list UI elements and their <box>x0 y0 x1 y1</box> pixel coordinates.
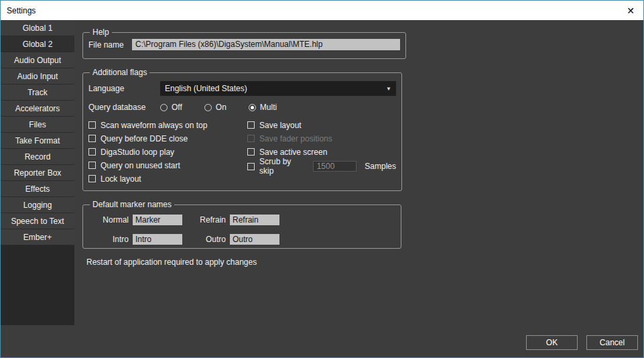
checkbox-label: Query before DDE close <box>101 134 188 143</box>
checkbox-row[interactable]: Query before DDE close <box>88 134 247 143</box>
checkbox-row[interactable]: Scan waveform always on top <box>88 121 247 129</box>
sidebar-item-label: Global 1 <box>23 23 53 33</box>
sidebar-item-label: Effects <box>25 184 50 194</box>
checkbox-icon <box>247 121 255 129</box>
marker-field-pair: Normal Marker <box>88 215 182 225</box>
sidebar-item[interactable]: Record <box>1 149 74 165</box>
sidebar-item-label: Global 2 <box>23 40 53 49</box>
marker-name-input[interactable]: Refrain <box>230 215 279 225</box>
query-database-radio-group: Off On Multi <box>160 103 299 112</box>
query-database-row: Query database Off On Multi <box>88 103 396 112</box>
window-title: Settings <box>7 6 36 15</box>
sidebar-item[interactable]: Global 2 <box>1 36 74 52</box>
marker-field-label: Outro <box>186 235 226 244</box>
radio-button-icon <box>160 104 168 111</box>
language-select[interactable]: English (United States) ▼ <box>160 81 396 96</box>
radio-option-label: On <box>216 103 227 112</box>
settings-page-global2: Help File name C:\Program Files (x86)\Di… <box>74 20 643 357</box>
close-icon: ✕ <box>627 5 635 16</box>
sidebar-item-label: Logging <box>23 200 52 210</box>
help-file-name-field[interactable]: C:\Program Files (x86)\DigaSystem\Manual… <box>132 39 400 50</box>
sidebar-item[interactable]: Speech to Text <box>1 213 74 229</box>
flag-checkbox-column-right: Save layout Save fader positions Save ac… <box>247 121 396 188</box>
radio-option[interactable]: Multi <box>249 103 277 112</box>
scrub-by-skip-row[interactable]: Scrub by skip 1500 Samples <box>247 161 396 172</box>
marker-field-label: Intro <box>88 235 129 244</box>
checkbox-label: Save fader positions <box>259 134 332 143</box>
settings-window: Settings ✕ Global 1 Global 2 Audio Outpu… <box>0 0 644 358</box>
sidebar-item-label: Take Format <box>15 136 60 145</box>
sidebar-item-label: Reporter Box <box>14 168 62 178</box>
default-marker-names-legend: Default marker names <box>90 200 174 209</box>
query-database-label: Query database <box>88 103 160 112</box>
language-row: Language English (United States) ▼ <box>88 81 396 96</box>
title-bar: Settings ✕ <box>1 1 643 20</box>
additional-flags-legend: Additional flags <box>90 68 149 77</box>
sidebar-item-label: Record <box>25 152 51 162</box>
flag-checkbox-column-left: Scan waveform always on top Query before… <box>88 121 247 188</box>
scrub-by-skip-label: Scrub by skip <box>259 157 304 176</box>
sidebar-item[interactable]: Ember+ <box>1 229 74 245</box>
scrub-samples-field[interactable]: 1500 <box>313 161 357 172</box>
marker-field-label: Normal <box>88 215 129 225</box>
help-group-legend: Help <box>90 27 112 37</box>
marker-field-pair: Refrain Refrain <box>186 215 279 225</box>
checkbox-row[interactable]: Save active screen <box>247 147 396 156</box>
sidebar-item[interactable]: Audio Output <box>1 52 74 68</box>
radio-button-icon <box>204 104 212 111</box>
checkbox-icon <box>88 162 96 169</box>
file-name-row: File name C:\Program Files (x86)\DigaSys… <box>88 39 400 50</box>
checkbox-icon <box>247 135 255 142</box>
checkbox-icon <box>247 163 255 170</box>
sidebar-item[interactable]: Logging <box>1 197 74 213</box>
sidebar-item[interactable]: Reporter Box <box>1 165 74 181</box>
close-button[interactable]: ✕ <box>622 3 639 18</box>
checkbox-row[interactable]: Lock layout <box>88 174 247 183</box>
chevron-down-icon: ▼ <box>386 86 391 92</box>
checkbox-row[interactable]: DigaStudio loop play <box>88 147 247 156</box>
checkbox-icon <box>88 135 96 142</box>
cancel-button[interactable]: Cancel <box>586 335 638 350</box>
sidebar-item[interactable]: Effects <box>1 181 74 197</box>
sidebar-item[interactable]: Global 1 <box>1 20 74 36</box>
checkbox-row[interactable]: Save layout <box>247 121 396 129</box>
language-selected-value: English (United States) <box>165 84 247 93</box>
radio-option[interactable]: On <box>204 103 227 112</box>
sidebar-item-label: Speech to Text <box>11 217 64 226</box>
marker-name-input[interactable]: Outro <box>230 234 279 245</box>
sidebar-item[interactable]: Files <box>1 117 74 133</box>
checkbox-label: Scan waveform always on top <box>101 121 207 130</box>
checkbox-label: Lock layout <box>101 174 141 184</box>
checkbox-icon <box>247 148 255 156</box>
radio-option-label: Multi <box>260 103 277 112</box>
checkbox-icon <box>88 121 96 129</box>
checkbox-icon <box>88 148 96 156</box>
sidebar-item-label: Audio Input <box>17 72 58 81</box>
checkbox-icon <box>88 175 96 182</box>
checkbox-label: DigaStudio loop play <box>101 147 174 157</box>
additional-flags-group: Additional flags Language English (Unite… <box>82 68 402 191</box>
marker-name-fields: Normal Marker Refrain Refrain Intro Intr… <box>88 215 395 245</box>
marker-name-input[interactable]: Intro <box>133 234 182 245</box>
sidebar: Global 1 Global 2 Audio Output Audio Inp… <box>1 20 74 325</box>
help-group: Help File name C:\Program Files (x86)\Di… <box>82 27 406 59</box>
marker-field-pair: Outro Outro <box>186 234 279 245</box>
sidebar-item[interactable]: Accelerators <box>1 101 74 117</box>
marker-name-input[interactable]: Marker <box>133 215 182 225</box>
checkbox-label: Save layout <box>259 121 302 130</box>
checkbox-row[interactable]: Query on unused start <box>88 161 247 170</box>
radio-button-icon <box>249 104 256 111</box>
sidebar-item[interactable]: Take Format <box>1 133 74 149</box>
radio-option[interactable]: Off <box>160 103 182 112</box>
sidebar-item-label: Ember+ <box>23 233 52 242</box>
checkbox-label: Save active screen <box>259 147 327 157</box>
ok-button[interactable]: OK <box>526 335 578 350</box>
radio-option-label: Off <box>172 103 182 112</box>
language-label: Language <box>88 84 160 93</box>
marker-field-label: Refrain <box>186 215 226 225</box>
sidebar-item-label: Audio Output <box>14 56 61 65</box>
checkbox-row[interactable]: Save fader positions <box>247 134 396 143</box>
sidebar-item[interactable]: Track <box>1 84 74 101</box>
sidebar-item[interactable]: Audio Input <box>1 68 74 84</box>
sidebar-item-label: Files <box>29 120 46 129</box>
